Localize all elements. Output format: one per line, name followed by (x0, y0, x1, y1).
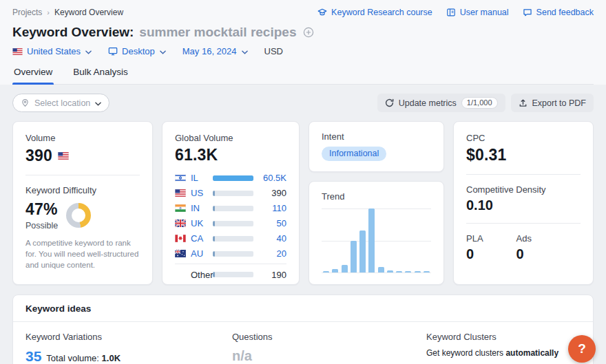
kd-donut-chart (66, 203, 91, 228)
trend-bar (368, 208, 375, 272)
intent-badge: Informational (322, 147, 386, 161)
book-icon (446, 8, 456, 17)
clusters-hint-text: Get keyword clusters (426, 348, 505, 358)
country-code: Other (191, 270, 213, 280)
device-filter[interactable]: Desktop (108, 46, 166, 56)
volume-value[interactable]: 50 (253, 218, 286, 228)
keyword-ideas-title: Keyword ideas (13, 295, 593, 322)
clusters-hint-bold: automatically (505, 348, 558, 358)
keyword-variations-label: Keyword Variations (25, 332, 232, 342)
trend-bar (396, 271, 402, 272)
global-volume-label: Global Volume (175, 133, 286, 143)
chevron-down-icon (95, 98, 101, 108)
divider (25, 175, 140, 175)
keyword-overview-page: Projects › Keyword Overview Keyword Rese… (0, 0, 606, 364)
questions-label: Questions (232, 332, 426, 342)
keyword-variations-count[interactable]: 35 (25, 348, 41, 364)
export-pdf-label: Export to PDF (532, 98, 587, 108)
volume-bar (213, 175, 253, 181)
intent-card: Intent Informational (309, 121, 444, 172)
tab-bulk-analysis[interactable]: Bulk Analysis (72, 65, 129, 84)
country-code[interactable]: IL (191, 173, 213, 183)
country-filter[interactable]: United States (12, 46, 92, 56)
link-label: Keyword Research course (331, 8, 432, 17)
update-metrics-button[interactable]: Update metrics 1/1,000 (377, 94, 505, 112)
clusters-hint: Get keyword clusters automatically (426, 348, 581, 358)
volume-label: Volume (25, 133, 140, 143)
country-code[interactable]: UK (191, 218, 213, 228)
title-row: Keyword Overview: summer mocktail recipe… (12, 25, 594, 40)
il-flag-icon (175, 174, 186, 182)
date-filter[interactable]: May 16, 2024 (182, 46, 248, 56)
country-volume-row: CA40 (175, 233, 286, 244)
volume-value[interactable]: 40 (253, 233, 286, 244)
volume-value[interactable]: 20 (253, 248, 286, 259)
toolbar: Select location Update metrics 1/1,000 E… (12, 94, 594, 112)
trend-bar (405, 271, 411, 272)
trend-bar (387, 270, 393, 272)
chevron-down-icon (242, 46, 248, 56)
device-filter-label: Desktop (122, 46, 155, 56)
volume-value[interactable]: 60.5K (253, 173, 286, 183)
link-label: User manual (460, 8, 509, 17)
trend-bar (359, 231, 366, 272)
export-pdf-button[interactable]: Export to PDF (511, 94, 594, 112)
graduation-cap-icon (317, 8, 327, 17)
keyword-difficulty-label: Keyword Difficulty (25, 185, 140, 195)
country-code[interactable]: US (191, 188, 213, 198)
trend-bar (351, 241, 357, 273)
volume-bar (213, 236, 253, 242)
tabs: Overview Bulk Analysis (12, 65, 594, 85)
tab-overview[interactable]: Overview (12, 65, 54, 84)
us-flag-icon (175, 189, 186, 197)
volume-value: 390 (253, 188, 286, 198)
kd-percent: 47% (25, 200, 58, 219)
cpc-label: CPC (466, 133, 581, 143)
volume-bar (213, 221, 253, 226)
volume-value[interactable]: 110 (253, 203, 286, 213)
total-volume-label: Total volume: (46, 353, 99, 363)
volume-bar (213, 191, 253, 196)
select-location-dropdown[interactable]: Select location (12, 94, 109, 112)
trend-bar (342, 265, 348, 272)
keyword-research-course-link[interactable]: Keyword Research course (317, 8, 432, 17)
flag-placeholder (175, 271, 186, 279)
keyword-clusters-column: Keyword Clusters Get keyword clusters au… (426, 332, 581, 364)
add-keyword-icon[interactable] (303, 27, 314, 38)
toolbar-right: Update metrics 1/1,000 Export to PDF (377, 94, 594, 112)
volume-bar (213, 206, 253, 211)
update-metrics-label: Update metrics (399, 98, 457, 108)
country-code[interactable]: CA (191, 233, 213, 244)
trend-bar (378, 267, 384, 272)
cpc-card: CPC $0.31 Competitive Density 0.10 PLA 0… (453, 121, 594, 285)
help-button[interactable]: ? (568, 335, 596, 363)
volume-difficulty-card: Volume 390 Keyword Difficulty 47% Possib… (12, 121, 153, 285)
kd-level: Possible (25, 221, 58, 231)
breadcrumb-projects[interactable]: Projects (12, 8, 42, 17)
country-code[interactable]: IN (191, 203, 213, 213)
competitive-density-label: Competitive Density (466, 184, 581, 195)
keyword-variations-column: Keyword Variations 35 Total volume: 1.0K (25, 332, 232, 364)
breadcrumb-current: Keyword Overview (54, 8, 123, 17)
country-volume-row: US390 (175, 188, 286, 198)
us-flag-icon (12, 48, 23, 55)
breadcrumb-chevron-icon: › (47, 8, 50, 17)
questions-value: n/a (232, 348, 426, 364)
page-header: Projects › Keyword Overview Keyword Rese… (0, 0, 606, 85)
country-volume-row: AU20 (175, 248, 286, 259)
keyword-clusters-label: Keyword Clusters (426, 332, 581, 342)
breadcrumb: Projects › Keyword Overview (12, 8, 123, 17)
ca-flag-icon (175, 235, 186, 242)
trend-bars (323, 208, 430, 272)
us-flag-icon (58, 152, 69, 160)
questions-column: Questions n/a (232, 332, 426, 364)
trend-chart (322, 208, 431, 273)
send-feedback-link[interactable]: Send feedback (523, 8, 594, 17)
global-volume-rows: IL60.5KUS390IN110UK50CA40AU20Other190 (175, 173, 286, 279)
country-volume-row: UK50 (175, 218, 286, 228)
metric-cards: Volume 390 Keyword Difficulty 47% Possib… (12, 121, 594, 285)
total-volume-value: 1.0K (102, 353, 121, 363)
trend-label: Trend (322, 191, 431, 202)
user-manual-link[interactable]: User manual (446, 8, 509, 17)
country-code[interactable]: AU (191, 248, 213, 259)
